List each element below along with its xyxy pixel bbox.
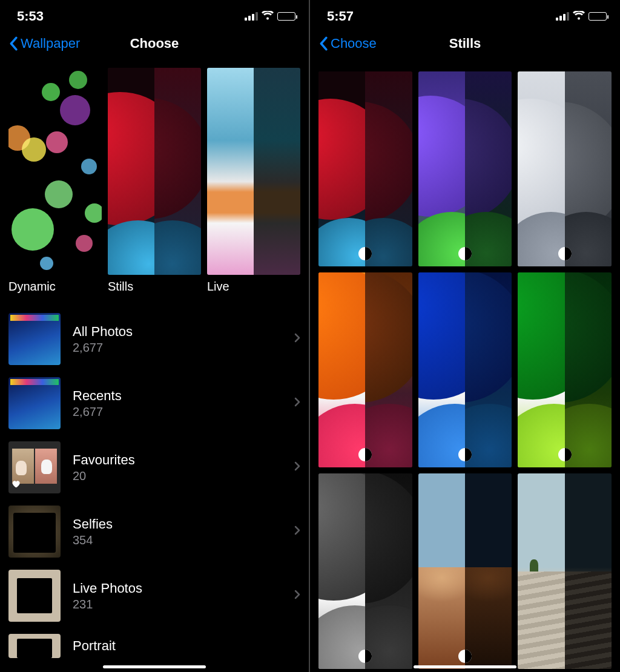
stills-content <box>310 61 620 672</box>
category-stills[interactable]: Stills <box>108 68 201 294</box>
content: Dynamic Stills <box>0 61 309 672</box>
back-label: Wallpaper <box>21 36 80 51</box>
still-wallpaper[interactable] <box>318 473 412 668</box>
chevron-right-icon <box>294 590 300 602</box>
category-row: Dynamic Stills <box>8 68 300 294</box>
wifi-icon <box>573 8 585 24</box>
chevron-right-icon <box>294 525 300 538</box>
statusbar: 5:57 <box>310 0 620 27</box>
still-wallpaper[interactable] <box>418 473 512 668</box>
category-stills-thumb <box>108 68 201 275</box>
album-recents[interactable]: Recents 2,677 <box>8 371 300 435</box>
still-wallpaper[interactable] <box>518 272 612 467</box>
cellular-icon <box>245 12 258 21</box>
status-time: 5:53 <box>17 8 44 24</box>
category-live[interactable]: Live <box>207 68 300 294</box>
album-thumb <box>8 377 61 429</box>
category-dynamic-thumb <box>8 68 102 275</box>
chevron-right-icon <box>294 397 300 409</box>
album-thumb <box>8 441 61 493</box>
album-portrait[interactable]: Portrait <box>8 628 300 658</box>
home-indicator[interactable] <box>103 665 206 668</box>
still-wallpaper[interactable] <box>418 71 512 266</box>
category-live-thumb <box>207 68 300 275</box>
stills-grid <box>318 71 612 672</box>
album-count: 20 <box>73 469 282 483</box>
wifi-icon <box>262 8 274 24</box>
darkmode-icon <box>458 247 472 260</box>
status-time: 5:57 <box>327 8 354 24</box>
darkmode-icon <box>458 448 472 461</box>
chevron-left-icon <box>318 36 328 51</box>
album-favourites[interactable]: Favourites 20 <box>8 435 300 499</box>
home-indicator[interactable] <box>414 665 516 668</box>
darkmode-icon <box>558 247 572 260</box>
darkmode-icon <box>358 247 372 260</box>
album-title: Selfies <box>73 516 282 532</box>
still-wallpaper[interactable] <box>518 473 612 668</box>
album-all-photos[interactable]: All Photos 2,677 <box>8 307 300 371</box>
back-button[interactable]: Choose <box>318 36 377 51</box>
album-count: 354 <box>73 533 282 547</box>
category-label: Stills <box>108 280 201 294</box>
still-wallpaper[interactable] <box>318 272 412 467</box>
album-thumb <box>8 313 61 365</box>
darkmode-icon <box>358 650 372 663</box>
back-label: Choose <box>331 36 377 51</box>
darkmode-icon <box>458 650 472 663</box>
album-title: Favourites <box>73 452 282 468</box>
album-count: 231 <box>73 598 282 611</box>
chevron-right-icon <box>294 333 300 345</box>
album-count: 2,677 <box>73 341 282 355</box>
still-wallpaper[interactable] <box>318 71 412 266</box>
navbar: Wallpaper Choose <box>0 27 309 61</box>
phone-choose: 5:53 Wallpaper Choose <box>0 0 310 672</box>
category-label: Live <box>207 280 300 294</box>
album-title: Live Photos <box>73 581 282 596</box>
navbar: Choose Stills <box>310 27 620 61</box>
album-title: Portrait <box>73 638 300 654</box>
heart-icon <box>11 479 21 491</box>
phone-stills: 5:57 Choose Stills <box>310 0 620 672</box>
album-thumb <box>8 506 61 558</box>
statusbar: 5:53 <box>0 0 309 27</box>
album-title: Recents <box>73 388 282 404</box>
album-live-photos[interactable]: Live Photos 231 <box>8 564 300 628</box>
album-title: All Photos <box>73 324 282 340</box>
status-icons <box>556 8 607 24</box>
still-wallpaper[interactable] <box>518 71 612 266</box>
battery-icon <box>277 12 295 21</box>
still-wallpaper[interactable] <box>418 272 512 467</box>
chevron-right-icon <box>294 461 300 473</box>
album-thumb <box>8 634 61 658</box>
album-list: All Photos 2,677 Recents 2,677 <box>8 307 300 658</box>
album-count: 2,677 <box>73 405 282 419</box>
darkmode-icon <box>558 448 572 461</box>
chevron-left-icon <box>8 36 18 51</box>
album-thumb <box>8 570 61 622</box>
status-icons <box>245 8 295 24</box>
album-selfies[interactable]: Selfies 354 <box>8 499 300 564</box>
back-button[interactable]: Wallpaper <box>8 36 80 51</box>
category-dynamic[interactable]: Dynamic <box>8 68 102 294</box>
darkmode-icon <box>358 448 372 461</box>
cellular-icon <box>556 12 569 21</box>
category-label: Dynamic <box>8 280 102 294</box>
battery-icon <box>589 12 607 21</box>
